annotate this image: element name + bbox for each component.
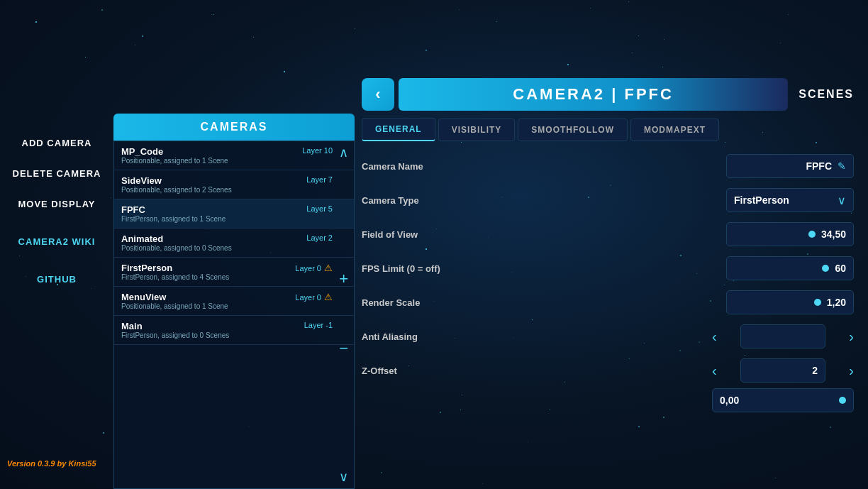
camera-item-info: AnimatedPositionable, assigned to 0 Scen… — [121, 233, 232, 252]
property-nav-row: ‹› — [712, 324, 854, 348]
tab-modmapext[interactable]: MODMAPEXT — [630, 119, 719, 141]
property-select-text: FirstPerson — [734, 194, 789, 206]
back-button[interactable]: ‹ — [362, 78, 394, 111]
scenes-label: SCENES — [799, 88, 854, 101]
warning-icon: ⚠ — [324, 263, 333, 273]
slider-dot[interactable] — [814, 299, 821, 306]
property-slider-box: 60 — [726, 256, 854, 280]
bottom-value-text: 0,00 — [720, 395, 739, 406]
scroll-down-button[interactable]: ∨ — [339, 469, 348, 485]
camera-item-info: MP_CodePositionable, assigned to 1 Scene — [121, 146, 228, 165]
property-slider-value: 34,50 — [821, 229, 846, 240]
layer-text: Layer 7 — [306, 175, 333, 184]
camera-list-item[interactable]: MenuViewPositionable, assigned to 1 Scen… — [114, 287, 354, 316]
property-row: Field of View34,50 — [362, 219, 854, 249]
property-label: Render Scale — [362, 297, 489, 308]
edit-icon[interactable]: ✎ — [838, 160, 846, 172]
camera-list-item[interactable]: MainFirstPerson, assigned to 0 ScenesLay… — [114, 316, 354, 345]
property-slider-value: 60 — [835, 263, 846, 274]
property-label: FPS Limit (0 = off) — [362, 263, 489, 274]
move-display-button[interactable]: MOVE DISPLAY — [0, 189, 113, 219]
title-bar: CAMERA2 | FPFC — [399, 78, 788, 111]
layer-text: Layer -1 — [304, 321, 333, 329]
slider-dot[interactable] — [822, 265, 829, 272]
property-label: Field of View — [362, 229, 489, 240]
camera-item-name: MenuView — [121, 292, 228, 302]
nav-value-text: 2 — [812, 365, 818, 376]
property-row: Render Scale1,20 — [362, 287, 854, 317]
property-label: Camera Type — [362, 195, 489, 206]
camera-item-name: Main — [121, 321, 229, 331]
right-panel: ‹ CAMERA2 | FPFC SCENES GENERALVISIBILIT… — [362, 78, 854, 489]
camera-panel: Cameras ∧ + − ∨ MP_CodePositionable, ass… — [113, 114, 355, 489]
layer-text: Layer 0 — [295, 293, 321, 302]
property-slider-box: 34,50 — [726, 222, 854, 246]
camera-item-layer: Layer -1 — [304, 321, 333, 329]
camera-list: ∧ + − ∨ MP_CodePositionable, assigned to… — [113, 141, 355, 489]
camera-item-layer: Layer 5 — [306, 204, 333, 213]
properties: Camera NameFPFC✎Camera TypeFirstPerson∨F… — [362, 151, 854, 385]
layer-text: Layer 10 — [302, 146, 333, 155]
nav-right-button[interactable]: › — [849, 329, 854, 345]
property-row: Z-Offset‹2› — [362, 356, 854, 385]
camera-item-info: MenuViewPositionable, assigned to 1 Scen… — [121, 292, 228, 310]
property-value-text: FPFC — [806, 160, 832, 172]
camera-item-layer: Layer 0⚠ — [295, 292, 333, 302]
tabs-row: GENERALVISIBILITYSMOOTHFOLLOWMODMAPEXT — [362, 118, 854, 141]
camera-item-name: SideView — [121, 175, 232, 186]
camera-list-item[interactable]: SideViewPositionable, assigned to 2 Scen… — [114, 170, 354, 199]
nav-left-button[interactable]: ‹ — [712, 329, 717, 345]
camera-item-layer: Layer 10 — [302, 146, 333, 155]
camera-item-name: MP_Code — [121, 146, 228, 157]
camera-list-item[interactable]: MP_CodePositionable, assigned to 1 Scene… — [114, 141, 354, 170]
right-header: ‹ CAMERA2 | FPFC SCENES — [362, 78, 854, 111]
camera-item-name: FPFC — [121, 204, 226, 215]
camera-item-name: Animated — [121, 233, 232, 244]
title-text: CAMERA2 | FPFC — [513, 85, 674, 104]
property-nav-value — [740, 324, 825, 348]
add-camera-button[interactable]: ADD CAMERA — [0, 128, 113, 158]
camera-item-info: MainFirstPerson, assigned to 0 Scenes — [121, 321, 229, 339]
camera-item-layer: Layer 7 — [306, 175, 333, 184]
layer-minus-button[interactable]: − — [339, 339, 348, 358]
bottom-value-row: 0,00 — [362, 388, 854, 412]
tab-visibility[interactable]: VISIBILITY — [438, 119, 516, 141]
camera-panel-header: Cameras — [113, 114, 355, 141]
camera-item-layer: Layer 2 — [306, 233, 333, 242]
camera-item-sub: Positionable, assigned to 1 Scene — [121, 302, 228, 310]
slider-dot[interactable] — [808, 231, 816, 238]
layer-text: Layer 2 — [306, 233, 333, 242]
bottom-slider-dot — [839, 397, 846, 404]
camera-item-layer: Layer 0⚠ — [295, 263, 333, 273]
tab-smoothfollow[interactable]: SMOOTHFOLLOW — [518, 119, 628, 141]
nav-right-button[interactable]: › — [849, 363, 854, 379]
camera-item-sub: Positionable, assigned to 2 Scenes — [121, 186, 232, 194]
property-label: Z-Offset — [362, 366, 489, 376]
delete-camera-button[interactable]: DELETE CAMERA — [0, 158, 113, 189]
camera-item-info: FirstPersonFirstPerson, assigned to 4 Sc… — [121, 263, 229, 281]
github-button[interactable]: GITHUB — [0, 264, 113, 295]
layer-text: Layer 5 — [306, 204, 333, 213]
property-nav-value: 2 — [740, 358, 825, 383]
property-row: FPS Limit (0 = off)60 — [362, 253, 854, 283]
layer-plus-button[interactable]: + — [339, 270, 348, 288]
camera-item-info: SideViewPositionable, assigned to 2 Scen… — [121, 175, 232, 194]
sidebar: ADD CAMERA DELETE CAMERA MOVE DISPLAY CA… — [0, 0, 113, 489]
camera-item-sub: FirstPerson, assigned to 1 Scene — [121, 215, 226, 223]
wiki-button[interactable]: CAMERA2 WIKI — [0, 226, 113, 257]
tab-general[interactable]: GENERAL — [362, 118, 435, 141]
camera-item-sub: FirstPerson, assigned to 4 Scenes — [121, 273, 229, 281]
property-row: Camera TypeFirstPerson∨ — [362, 185, 854, 215]
property-slider-box: 1,20 — [726, 290, 854, 314]
camera-list-item[interactable]: AnimatedPositionable, assigned to 0 Scen… — [114, 229, 354, 258]
property-slider-value: 1,20 — [827, 297, 846, 308]
bottom-value-box: 0,00 — [712, 388, 854, 412]
nav-left-button[interactable]: ‹ — [712, 363, 717, 379]
property-row: Camera NameFPFC✎ — [362, 151, 854, 181]
camera-list-item[interactable]: FirstPersonFirstPerson, assigned to 4 Sc… — [114, 258, 354, 287]
camera-item-info: FPFCFirstPerson, assigned to 1 Scene — [121, 204, 226, 223]
camera-item-name: FirstPerson — [121, 263, 229, 273]
scroll-up-button[interactable]: ∧ — [339, 145, 348, 160]
property-select-box[interactable]: FirstPerson∨ — [726, 188, 854, 212]
camera-list-item[interactable]: FPFCFirstPerson, assigned to 1 SceneLaye… — [114, 199, 354, 229]
